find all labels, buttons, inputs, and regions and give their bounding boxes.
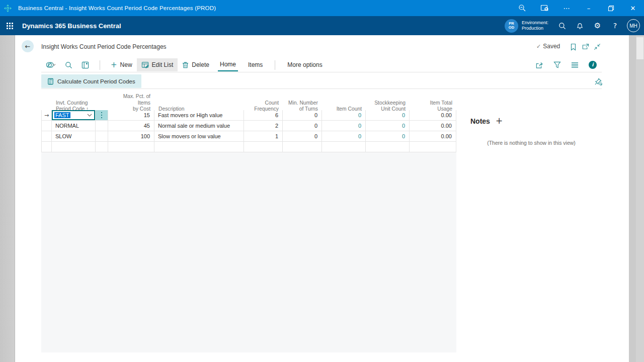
edit-list-button[interactable]: Edit List	[137, 58, 178, 71]
table-row: SLOW 100 Slow movers or low value 1 0 0 …	[41, 131, 456, 142]
cell-count-frequency[interactable]: 1	[244, 131, 283, 141]
notes-factbox-header: Notes +	[470, 117, 503, 125]
cell-sku-count-link[interactable]: 0	[366, 131, 410, 141]
share-icon[interactable]	[530, 58, 548, 71]
delete-button[interactable]: Delete	[178, 58, 214, 71]
cell-count-frequency[interactable]: 6	[244, 110, 283, 120]
edit-list-icon	[141, 61, 149, 68]
maximize-restore-icon[interactable]	[600, 0, 622, 16]
cell-period-code[interactable]: NORMAL	[52, 121, 96, 131]
title-bar: Business Central - Insight Works Count P…	[0, 0, 644, 16]
tab-home[interactable]: Home	[218, 59, 238, 71]
left-gutter	[0, 35, 15, 362]
bookmark-icon[interactable]	[568, 42, 578, 52]
window-title: Business Central - Insight Works Count P…	[18, 5, 216, 11]
calculator-icon	[47, 78, 54, 85]
period-code-value: FAST	[54, 112, 70, 118]
cell-description[interactable]: Normal sale or medium value	[154, 121, 244, 131]
calculate-count-period-codes-button[interactable]: Calculate Count Period Codes	[41, 74, 141, 88]
cell-min-turns[interactable]: 0	[283, 110, 322, 120]
plus-icon: +	[111, 61, 117, 69]
page-title: Insight Works Count Period Code Percenta…	[41, 43, 167, 50]
cell-min-turns[interactable]: 0	[283, 131, 322, 141]
notifications-icon[interactable]	[571, 16, 589, 35]
save-status-label: Saved	[543, 43, 560, 50]
environment-indicator[interactable]: PR OD Environment: Production	[505, 19, 548, 33]
trash-icon	[182, 61, 189, 68]
table-header-row: Invt. CountingPeriod Code ↑ Max. Pct. of…	[41, 94, 456, 110]
cell-item-total-usage[interactable]: 0.00	[410, 131, 456, 141]
cell-item-count-link[interactable]: 0	[322, 121, 366, 131]
scrollbar-track[interactable]	[636, 35, 644, 362]
cell-period-code[interactable]: SLOW	[52, 131, 96, 141]
help-icon[interactable]: ?	[606, 16, 624, 35]
save-status: ✓ Saved	[536, 43, 560, 50]
settings-icon[interactable]: ⚙	[589, 16, 606, 35]
analyze-icon[interactable]	[77, 58, 94, 71]
row-menu-button[interactable]	[96, 110, 108, 120]
count-period-table: Invt. CountingPeriod Code ↑ Max. Pct. of…	[41, 94, 456, 152]
cell-count-frequency[interactable]: 2	[244, 121, 283, 131]
scrollbar-thumb[interactable]	[636, 37, 643, 59]
minimize-icon[interactable]: –	[578, 0, 600, 16]
environment-text: Environment: Production	[522, 20, 548, 32]
more-options[interactable]: More options	[285, 59, 324, 71]
views-icon[interactable]	[41, 58, 60, 71]
cell-max-pct[interactable]: 100	[108, 131, 154, 141]
list-view-icon[interactable]	[566, 58, 584, 71]
period-code-combobox[interactable]: FAST	[52, 110, 95, 120]
ellipsis-vertical-icon	[101, 112, 103, 119]
waffle-icon[interactable]	[0, 16, 19, 35]
more-icon[interactable]: ⋯	[555, 0, 578, 16]
cell-sku-count-link[interactable]: 0	[366, 121, 410, 131]
cell-sku-count-link[interactable]: 0	[366, 110, 410, 120]
table-row-empty[interactable]	[41, 142, 456, 152]
search-icon[interactable]	[553, 16, 571, 35]
notes-empty-message: (There is nothing to show in this view)	[468, 140, 595, 146]
cell-item-count-link[interactable]: 0	[322, 110, 366, 120]
add-note-icon[interactable]: +	[496, 117, 503, 125]
saved-check-icon: ✓	[536, 44, 541, 49]
cell-min-turns[interactable]: 0	[283, 121, 322, 131]
open-in-new-window-icon[interactable]	[580, 42, 590, 52]
command-bar: + New Edit List Delete Home Items More o…	[41, 58, 602, 72]
avatar[interactable]: MH	[627, 19, 640, 32]
back-button[interactable]: ←	[22, 40, 34, 52]
window-search-icon[interactable]	[533, 0, 555, 16]
cell-item-total-usage[interactable]: 0.00	[410, 121, 456, 131]
notes-title: Notes	[470, 117, 490, 125]
zoom-out-icon[interactable]	[511, 0, 533, 16]
app-window: Business Central - Insight Works Count P…	[0, 0, 644, 362]
table-row: → FAST 15 Fast movers or High value 6 0 …	[41, 110, 456, 121]
search-list-icon[interactable]	[60, 58, 77, 71]
toolbar-separator	[275, 60, 275, 70]
list-empty-area	[41, 152, 456, 352]
close-icon[interactable]: ✕	[622, 0, 644, 16]
new-button[interactable]: + New	[106, 58, 137, 71]
dynamics-icon	[0, 0, 15, 16]
pin-off-icon[interactable]	[593, 76, 604, 87]
cell-max-pct[interactable]: 45	[108, 121, 154, 131]
cell-description[interactable]: Fast movers or High value	[154, 110, 244, 120]
cell-description[interactable]: Slow movers or low value	[154, 131, 244, 141]
toolbar-divider	[41, 72, 602, 72]
table-row: NORMAL 45 Normal sale or medium value 2 …	[41, 121, 456, 131]
environment-badge: PR OD	[505, 19, 518, 33]
cell-item-total-usage[interactable]: 0.00	[410, 110, 456, 120]
cell-item-count-link[interactable]: 0	[322, 131, 366, 141]
chevron-down-icon[interactable]	[87, 114, 92, 117]
action-divider	[41, 88, 602, 89]
collapse-icon[interactable]	[592, 42, 602, 52]
info-icon[interactable]: i	[584, 58, 602, 71]
toolbar-separator	[100, 60, 100, 70]
active-row-marker-icon: →	[41, 110, 52, 120]
cell-max-pct[interactable]: 15	[108, 110, 154, 120]
tab-items[interactable]: Items	[246, 59, 265, 71]
product-name[interactable]: Dynamics 365 Business Central	[22, 22, 121, 30]
filter-icon[interactable]	[548, 58, 566, 71]
